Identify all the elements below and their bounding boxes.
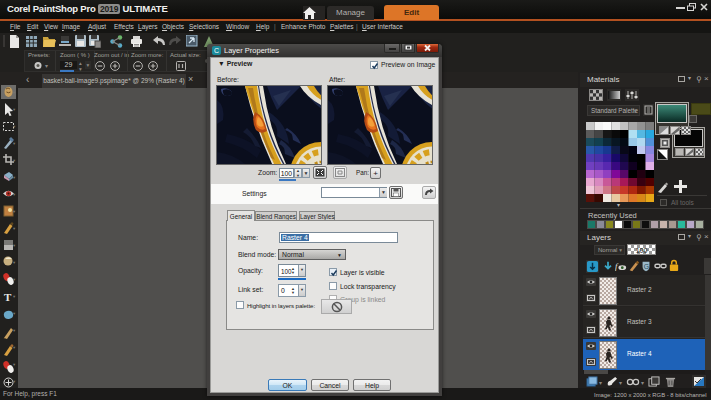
svg-text:G: G bbox=[644, 263, 649, 270]
svg-text:f: f bbox=[615, 261, 619, 271]
